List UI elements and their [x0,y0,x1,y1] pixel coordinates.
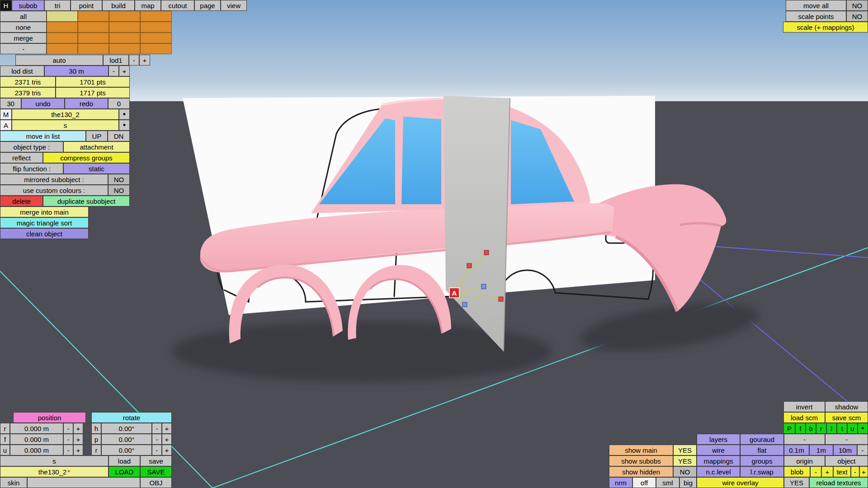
main-object-name-field[interactable]: the130_2 [12,109,119,120]
selection-grid-cell[interactable] [109,22,140,33]
main-object-dot-button[interactable]: • [119,109,130,120]
pos-minus-button[interactable]: - [63,423,73,434]
flag-b-toggle[interactable]: b [806,423,816,434]
merge-into-main-button[interactable]: merge into main [0,206,89,217]
delete-button[interactable]: delete [0,196,43,206]
subobject-name-field[interactable]: s [12,120,119,131]
file-name-field[interactable]: the130_2* [0,466,108,477]
blob-plus-button[interactable]: + [821,466,833,477]
pos-minus-button[interactable]: - [63,434,73,445]
rot-plus-button[interactable]: + [162,445,172,455]
flag-f-toggle[interactable]: f [795,423,806,434]
compress-groups-button[interactable]: compress groups [43,152,130,163]
pos-plus-button[interactable]: + [73,434,83,445]
lod-dist-minus-button[interactable]: - [108,66,119,76]
flag-u-toggle[interactable]: u [847,423,858,434]
selection-grid-cell[interactable] [140,22,172,33]
menu-h[interactable]: H [0,0,12,11]
lod-plus-button[interactable]: + [139,55,150,66]
magic-triangle-sort-button[interactable]: magic triangle sort [0,217,89,228]
rot-value-field[interactable]: 0.00° [101,445,152,455]
menu-view[interactable]: view [221,0,247,11]
reflect-button[interactable]: reflect [0,152,43,163]
selection-grid-cell[interactable] [78,11,109,22]
scale-points-toggle[interactable]: NO [846,11,868,22]
show-main-toggle[interactable]: YES [673,445,697,455]
save-scm-button[interactable]: save scm [825,412,868,423]
wire-overlay-button[interactable]: wire overlay [697,477,784,488]
select-none-button[interactable]: none [0,22,47,33]
redo-button[interactable]: redo [65,98,108,109]
menu-tri[interactable]: tri [44,0,71,11]
dash-button[interactable]: - [784,434,825,445]
selection-grid-cell[interactable] [109,43,140,54]
rot-minus-button[interactable]: - [152,434,162,445]
nrm-button[interactable]: nrm [609,477,632,488]
selection-grid-cell[interactable] [140,33,172,43]
pos-value-field[interactable]: 0.000 m [10,445,63,455]
flag-l-toggle[interactable]: l [826,423,837,434]
invert-button[interactable]: invert [783,401,825,412]
nrm-big-button[interactable]: big [679,477,697,488]
menu-map[interactable]: map [135,0,161,11]
flag-p-toggle[interactable]: P [783,423,795,434]
scale-mappings-button[interactable]: scale (+ mappings) [783,22,868,33]
clean-object-button[interactable]: clean object [0,228,89,239]
pos-value-field[interactable]: 0.000 m [10,423,63,434]
save-file-button[interactable]: SAVE [140,466,172,477]
show-hidden-toggle[interactable]: NO [673,466,697,477]
menu-build[interactable]: build [102,0,135,11]
layers-button[interactable]: layers [697,434,740,445]
lod-dist-value[interactable]: 30 m [44,66,108,76]
auto-button[interactable]: auto [15,55,103,66]
select-merge-button[interactable]: merge [0,33,47,43]
blob-minus-button[interactable]: - [810,466,821,477]
grid-10m-button[interactable]: 10m [833,445,857,455]
nrm-off-button[interactable]: off [632,477,656,488]
selection-grid-cell[interactable] [140,11,172,22]
load-file-button[interactable]: LOAD [108,466,140,477]
pos-minus-button[interactable]: - [63,445,73,455]
custom-colours-toggle[interactable]: NO [108,185,130,196]
rot-plus-button[interactable]: + [162,434,172,445]
selection-grid-cell[interactable] [78,33,109,43]
rot-plus-button[interactable]: + [162,423,172,434]
flag-dot-toggle[interactable]: • [858,423,868,434]
lr-swap-button[interactable]: l.r.swap [740,466,784,477]
rot-value-field[interactable]: 0.00° [101,423,152,434]
selection-grid-cell[interactable] [47,11,78,22]
marker-a-badge[interactable]: A [449,288,459,298]
load-settings-button[interactable]: load [108,455,140,466]
menu-cutout[interactable]: cutout [161,0,194,11]
object-button[interactable]: object [825,455,868,466]
select-all-button[interactable]: all [0,11,47,22]
settings-name-field[interactable]: s [0,455,108,466]
grid-dash-button[interactable]: - [857,445,868,455]
grid-1m-button[interactable]: 1m [809,445,833,455]
reload-textures-button[interactable]: reload textures [809,477,868,488]
subobject-dot-button[interactable]: • [119,120,130,131]
wire-overlay-toggle[interactable]: YES [784,477,809,488]
pos-plus-button[interactable]: + [73,423,83,434]
select-minus-button[interactable]: - [0,43,47,54]
selection-grid-cell[interactable] [109,33,140,43]
obj-export-button[interactable]: OBJ [140,477,172,488]
undo-button[interactable]: undo [21,98,65,109]
selection-grid-cell[interactable] [140,43,172,54]
lod-minus-button[interactable]: - [129,55,139,66]
selection-grid-cell[interactable] [47,33,78,43]
groups-button[interactable]: groups [740,455,784,466]
rot-minus-button[interactable]: - [152,423,162,434]
dash-button[interactable]: - [825,434,868,445]
flag-t-toggle[interactable]: t [837,423,847,434]
object-type-value[interactable]: attachment [63,141,130,152]
lod-dist-plus-button[interactable]: + [119,66,130,76]
selection-grid-cell[interactable] [47,22,78,33]
duplicate-subobject-button[interactable]: duplicate subobject [43,196,130,206]
move-up-button[interactable]: UP [86,131,108,141]
move-down-button[interactable]: DN [108,131,130,141]
text-minus-button[interactable]: - [851,466,859,477]
text-plus-button[interactable]: + [859,466,868,477]
selection-grid-cell[interactable] [78,43,109,54]
shadow-button[interactable]: shadow [825,401,868,412]
